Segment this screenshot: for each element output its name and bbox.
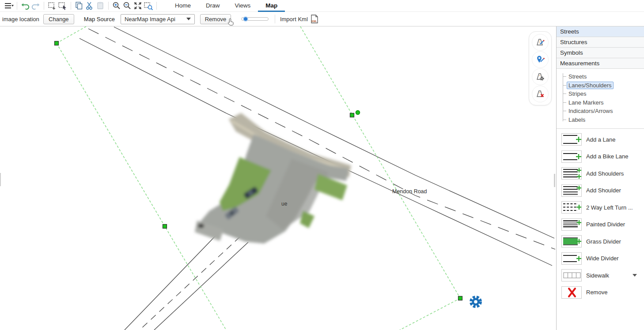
tab-home[interactable]: Home	[167, 0, 198, 12]
tool-add-shoulders[interactable]: Add Shoulders	[557, 165, 644, 182]
divider	[156, 2, 157, 10]
cut-icon[interactable]	[84, 1, 95, 11]
tool-label: Add Shoulders	[586, 170, 624, 177]
tree-item-label: Labels	[567, 116, 587, 124]
menu-icon[interactable]	[4, 1, 14, 11]
redo-icon[interactable]	[30, 1, 41, 11]
divider	[71, 2, 71, 10]
tree-item-label: Stripes	[567, 90, 588, 98]
sidewalk-dropdown-caret[interactable]	[633, 274, 637, 277]
tool-label: 2 Way Left Turn ...	[586, 204, 633, 211]
map-toolbar: image location Change Map Source NearMap…	[0, 12, 644, 26]
zoom-out-icon[interactable]	[122, 1, 133, 11]
lane-tools-list: Add a Lane Add a Bike Lane Add Shoulders…	[557, 129, 644, 301]
edit-road-button[interactable]	[532, 34, 549, 51]
zoom-region-icon[interactable]	[143, 1, 154, 11]
tree-item-lanes-shoulders[interactable]: Lanes/Shoulders	[567, 81, 644, 90]
tree-item-streets[interactable]: Streets	[567, 72, 644, 81]
delete-road-button[interactable]	[532, 86, 549, 102]
tree-item-labels[interactable]: Labels	[567, 116, 644, 124]
road-name-label[interactable]: Mendon Road	[392, 188, 427, 195]
handle-right-mid[interactable]	[350, 113, 354, 117]
street-name-partial-label[interactable]: ue	[281, 201, 288, 207]
tree-item-label: Lanes/Shoulders	[567, 82, 614, 89]
slider-thumb[interactable]	[243, 16, 248, 22]
shoulder-icon	[561, 184, 582, 197]
sidebar-section-measurements[interactable]: Measurements	[557, 58, 644, 69]
sidebar-section-symbols[interactable]: Symbols	[557, 48, 644, 58]
map-source-value: NearMap Image Api	[125, 16, 175, 22]
rotation-handle[interactable]	[356, 111, 360, 115]
main-road-lines[interactable]	[80, 27, 555, 266]
change-button[interactable]: Change	[43, 14, 74, 24]
edit-location-pin-icon	[535, 55, 545, 64]
road-edit-floating-toolbar	[529, 31, 552, 105]
tool-remove[interactable]: Remove	[557, 284, 644, 301]
tool-add-a-bike-lane[interactable]: Add a Bike Lane	[557, 148, 644, 165]
tool-painted-divider[interactable]: Painted Divider	[557, 216, 644, 233]
paste-icon[interactable]	[95, 1, 106, 11]
map-source-dropdown[interactable]: NearMap Image Api	[121, 14, 195, 24]
import-kml-label: Import Kml	[280, 16, 308, 22]
tree-connector	[563, 73, 563, 121]
divider	[17, 2, 17, 10]
svg-text:KML: KML	[311, 20, 317, 22]
zoom-in-icon[interactable]	[111, 1, 122, 11]
handle-top-left[interactable]	[55, 41, 59, 45]
road-settings-icon	[535, 72, 545, 82]
handle-bottom-right[interactable]	[458, 296, 462, 300]
bike-lane-icon	[561, 150, 582, 163]
kml-file-icon: KML	[310, 14, 319, 24]
tab-map[interactable]: Map	[258, 0, 285, 12]
drawing-canvas[interactable]: Mendon Road ue	[0, 26, 556, 330]
tree-item-lane-markers[interactable]: Lane Markers	[567, 98, 644, 107]
sidebar-section-structures[interactable]: Structures	[557, 37, 644, 48]
tool-label: Wide Divider	[586, 255, 619, 262]
tool-add-shoulder[interactable]: Add Shoulder	[557, 182, 644, 199]
import-kml-button[interactable]: KML	[310, 14, 319, 24]
undo-icon[interactable]	[20, 1, 30, 11]
tool-wide-divider[interactable]: Wide Divider	[557, 250, 644, 267]
tool-label: Remove	[586, 289, 607, 296]
zoom-fit-icon[interactable]	[133, 1, 143, 11]
tab-draw[interactable]: Draw	[198, 0, 227, 12]
tool-grass-divider[interactable]: Grass Divider	[557, 233, 644, 250]
copy-icon[interactable]	[74, 1, 84, 11]
tree-item-indicators-arrows[interactable]: Indicators/Arrows	[567, 107, 644, 116]
sidewalk-icon	[561, 269, 582, 281]
two-way-left-turn-icon	[561, 201, 582, 214]
image-location-label: image location	[2, 16, 39, 22]
tool-label: Add a Lane	[586, 136, 616, 143]
tool-label: Add Shoulder	[586, 187, 621, 194]
tree-item-stripes[interactable]: Stripes	[567, 90, 644, 98]
main-toolbar: Home Draw Views Map	[0, 0, 644, 12]
tree-item-label: Streets	[567, 73, 588, 80]
tool-label: Add a Bike Lane	[586, 153, 628, 160]
edit-location-pin-button[interactable]	[532, 51, 549, 68]
grass-divider-icon	[561, 235, 582, 248]
tool-add-a-lane[interactable]: Add a Lane	[557, 131, 644, 148]
tab-views[interactable]: Views	[227, 0, 258, 12]
tool-label: Painted Divider	[586, 221, 625, 228]
marquee-select-cursor-icon[interactable]	[57, 1, 68, 11]
divider	[44, 2, 44, 10]
marquee-select-add-icon[interactable]	[47, 1, 57, 11]
image-opacity-slider[interactable]	[241, 17, 269, 21]
handle-left-mid[interactable]	[163, 225, 167, 229]
tree-item-label: Lane Markers	[567, 99, 605, 106]
tool-sidewalk[interactable]: Sidewalk	[557, 267, 644, 284]
divider	[275, 15, 275, 23]
lane-icon	[561, 133, 582, 146]
cross-street-lines[interactable]	[125, 230, 248, 330]
left-scrollbar-thumb[interactable]	[0, 173, 1, 186]
chevron-down-icon	[186, 18, 191, 20]
road-settings-button[interactable]	[532, 68, 549, 85]
right-sidebar: Streets Structures Symbols Measurements …	[556, 26, 644, 330]
remove-image-button[interactable]: Remove	[200, 14, 231, 24]
settings-gear-marker[interactable]	[471, 297, 481, 307]
tool-label: Sidewalk	[586, 272, 609, 279]
tool-two-way-left-turn[interactable]: 2 Way Left Turn ...	[557, 199, 644, 216]
wide-divider-icon	[561, 252, 582, 265]
vertical-scrollbar-thumb[interactable]	[554, 174, 555, 187]
sidebar-section-streets[interactable]: Streets	[557, 26, 644, 37]
